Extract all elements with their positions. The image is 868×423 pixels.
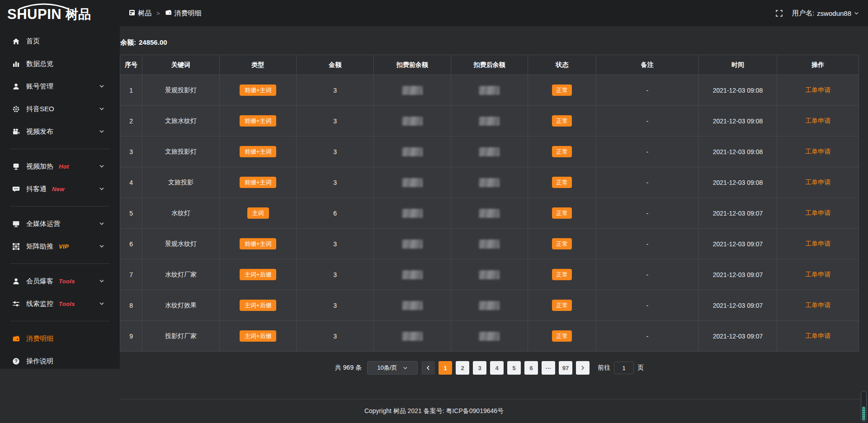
chevron-down-icon — [99, 221, 104, 226]
page-button-5[interactable]: 5 — [507, 361, 521, 375]
sidebar-divider — [10, 206, 110, 207]
footer: Copyright 树品 2021 备案号: 粤ICP备09019646号 — [0, 399, 868, 423]
status-badge: 正常 — [552, 207, 572, 219]
ticket-apply-link[interactable]: 工单申请 — [805, 117, 830, 124]
sidebar-item-matrix-boost[interactable]: 矩阵助推 VIP — [0, 235, 120, 258]
chevron-down-icon — [99, 84, 104, 89]
table-header-row: 序号 关键词 类型 金额 扣费前余额 扣费后余额 状态 备注 时间 操作 — [120, 55, 859, 75]
ticket-apply-link[interactable]: 工单申请 — [805, 240, 830, 247]
type-badge: 前缀+主词 — [240, 238, 277, 250]
cell-balance-before — [374, 75, 451, 106]
page-button-2[interactable]: 2 — [456, 361, 469, 375]
status-badge: 正常 — [552, 300, 572, 311]
col-header-action: 操作 — [777, 55, 859, 75]
cell-type: 前缀+主词 — [219, 75, 297, 106]
sidebar-item-home[interactable]: 首页 — [0, 30, 120, 52]
sidebar-item-lead-monitor[interactable]: 线索监控 Tools — [0, 292, 120, 315]
cell-balance-after — [451, 198, 528, 229]
page-size-value: 10条/页 — [377, 364, 397, 372]
fullscreen-icon[interactable] — [775, 9, 783, 17]
type-badge: 前缀+主词 — [240, 177, 277, 188]
sidebar-item-douyin-seo[interactable]: 抖音SEO — [0, 98, 120, 120]
sidebar-divider — [10, 149, 110, 149]
sidebar-item-label: 视频发布 — [26, 127, 53, 136]
cell-remark: - — [596, 290, 698, 321]
cell-type: 主词+后缀 — [219, 290, 297, 321]
page-ellipsis-button[interactable]: ··· — [542, 361, 555, 375]
page-button-3[interactable]: 3 — [473, 361, 486, 375]
next-page-button[interactable] — [576, 361, 590, 375]
ticket-apply-link[interactable]: 工单申请 — [805, 148, 830, 155]
cell-keyword: 文旅水纹灯 — [142, 106, 220, 136]
goto-page-input[interactable] — [614, 362, 634, 374]
cell-index: 5 — [120, 198, 142, 229]
cell-balance-after — [451, 136, 528, 167]
ticket-apply-link[interactable]: 工单申请 — [805, 301, 830, 309]
type-badge: 主词 — [247, 207, 269, 219]
page-button-97[interactable]: 97 — [559, 361, 572, 375]
prev-page-button[interactable] — [421, 361, 435, 375]
cell-keyword: 水纹灯效果 — [142, 290, 220, 321]
sidebar-item-instructions[interactable]: ? 操作说明 — [0, 350, 120, 372]
page-button-1[interactable]: 1 — [439, 361, 452, 375]
cell-status: 正常 — [528, 106, 596, 136]
page-button-4[interactable]: 4 — [490, 361, 504, 375]
sidebar-item-account-management[interactable]: 账号管理 — [0, 75, 120, 98]
cell-keyword: 文旅投影灯 — [142, 136, 220, 167]
cell-action: 工单申请 — [777, 229, 859, 259]
ticket-apply-link[interactable]: 工单申请 — [805, 86, 830, 94]
video-heat-icon — [12, 162, 20, 170]
total-count: 共 969 条 — [335, 364, 362, 372]
cell-index: 7 — [120, 259, 142, 290]
cell-action: 工单申请 — [777, 75, 859, 106]
sidebar-item-video-heat[interactable]: 视频加热 Hot — [0, 155, 120, 178]
cell-remark: - — [596, 198, 698, 229]
cell-action: 工单申请 — [777, 167, 859, 198]
cell-time: 2021-12-03 09:08 — [698, 106, 777, 136]
breadcrumb-root[interactable]: 树品 — [129, 9, 151, 18]
cell-balance-before — [374, 259, 451, 290]
cell-time: 2021-12-03 09:08 — [698, 136, 777, 167]
sidebar-item-label: 操作说明 — [26, 357, 53, 366]
username-label: 用户名: — [792, 9, 814, 18]
sidebar-item-label: 数据总览 — [26, 60, 53, 68]
cell-amount: 3 — [297, 321, 374, 352]
sidebar-item-doukertong[interactable]: 抖客通 New — [0, 178, 120, 200]
cell-action: 工单申请 — [777, 321, 859, 352]
ticket-apply-link[interactable]: 工单申请 — [805, 332, 830, 339]
sidebar-item-data-overview[interactable]: 数据总览 — [0, 52, 120, 75]
sidebar-item-consumption-detail[interactable]: 消费明细 — [0, 327, 120, 350]
sidebar-item-label: 视频加热 — [26, 162, 53, 171]
svg-text:?: ? — [14, 359, 17, 364]
user-menu[interactable]: 用户名: zswodun88 — [792, 9, 859, 18]
masked-value — [479, 332, 500, 341]
sidebar-item-member-tools[interactable]: 会员爆客 Tools — [0, 270, 120, 292]
sidebar-item-video-publish[interactable]: 视频发布 — [0, 120, 120, 143]
cell-index: 4 — [120, 167, 142, 198]
page-button-6[interactable]: 6 — [524, 361, 538, 375]
masked-value — [479, 117, 500, 126]
sidebar-item-label: 消费明细 — [26, 334, 53, 343]
goto-unit: 页 — [637, 364, 644, 372]
cell-status: 正常 — [528, 259, 596, 290]
sidebar-item-omni-media[interactable]: 全媒体运营 — [0, 212, 120, 235]
cell-keyword: 景观水纹灯 — [142, 229, 220, 259]
tools-tag: Tools — [59, 278, 75, 285]
tools-tag: Tools — [59, 301, 75, 307]
app-icon — [129, 9, 135, 17]
logo[interactable]: SHUPIN 树品 — [7, 7, 91, 21]
masked-value — [402, 240, 423, 249]
cell-remark: - — [596, 136, 698, 167]
ticket-apply-link[interactable]: 工单申请 — [805, 179, 830, 186]
cell-action: 工单申请 — [777, 198, 859, 229]
cell-balance-after — [451, 321, 528, 352]
page-size-select[interactable]: 10条/页 — [367, 361, 418, 375]
col-header-time: 时间 — [698, 55, 777, 75]
chevron-left-icon — [425, 365, 431, 371]
table-row: 6 景观水纹灯 前缀+主词 3 正常 - 2021-12-03 09:07 工单… — [120, 229, 859, 259]
ticket-apply-link[interactable]: 工单申请 — [805, 209, 830, 216]
scroll-indicator[interactable] — [861, 391, 867, 422]
ticket-apply-link[interactable]: 工单申请 — [805, 271, 830, 278]
breadcrumb-current[interactable]: 消费明细 — [165, 9, 202, 18]
chevron-down-icon — [99, 186, 104, 192]
